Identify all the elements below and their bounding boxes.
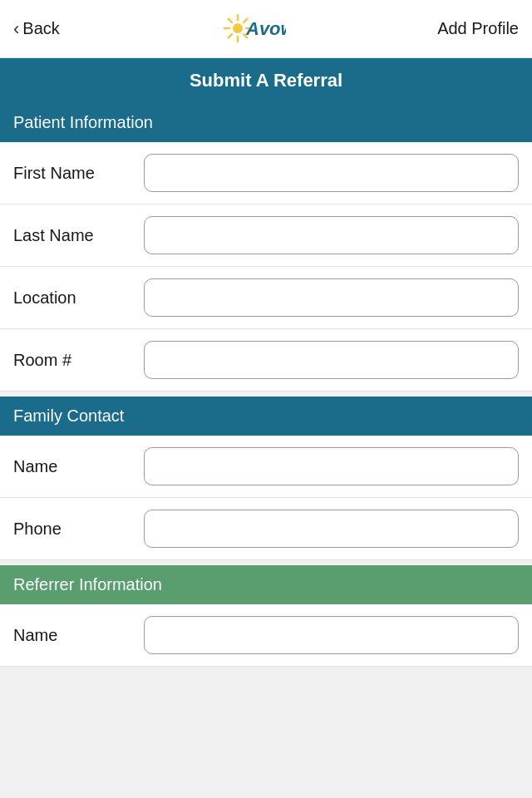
page-title: Submit A Referral (13, 70, 519, 91)
room-input[interactable] (144, 341, 519, 379)
family-name-input[interactable] (144, 447, 519, 485)
first-name-input[interactable] (144, 154, 519, 192)
location-input[interactable] (144, 278, 519, 317)
section-label-patient: Patient Information (13, 113, 519, 132)
svg-line-4 (229, 18, 232, 22)
first-name-label: First Name (13, 164, 134, 183)
section-header-referrer: Referrer Information (0, 565, 532, 604)
section-label-family: Family Contact (13, 406, 519, 426)
section-label-referrer: Referrer Information (13, 575, 519, 594)
form-row-first-name: First Name (0, 142, 532, 204)
form-row-last-name: Last Name (0, 204, 532, 267)
svg-line-7 (229, 34, 232, 37)
page-title-bar: Submit A Referral (0, 58, 532, 103)
phone-input[interactable] (144, 510, 519, 548)
room-label: Room # (13, 351, 134, 370)
family-name-label: Name (13, 457, 134, 476)
avow-logo-icon: Avow (211, 10, 286, 48)
section-header-family: Family Contact (0, 397, 532, 436)
form-row-family-name: Name (0, 436, 532, 498)
form-row-phone: Phone (0, 498, 532, 560)
patient-information-form: First Name Last Name Location Room # (0, 142, 532, 392)
back-button[interactable]: ‹ Back (13, 18, 60, 40)
svg-text:Avow: Avow (245, 18, 286, 39)
referrer-information-form: Name (0, 604, 532, 667)
back-label: Back (22, 19, 59, 38)
phone-label: Phone (13, 520, 134, 539)
location-label: Location (13, 288, 134, 308)
section-header-patient: Patient Information (0, 103, 532, 142)
back-chevron-icon: ‹ (13, 18, 19, 40)
last-name-label: Last Name (13, 226, 134, 245)
logo: Avow (211, 10, 286, 48)
referrer-name-input[interactable] (144, 616, 519, 654)
form-row-location: Location (0, 267, 532, 329)
last-name-input[interactable] (144, 216, 519, 254)
form-row-room: Room # (0, 329, 532, 392)
svg-point-8 (233, 23, 243, 33)
family-contact-form: Name Phone (0, 436, 532, 560)
add-profile-button[interactable]: Add Profile (437, 19, 519, 38)
nav-bar: ‹ Back Avow Add Profile (0, 0, 532, 58)
referrer-name-label: Name (13, 626, 134, 645)
form-row-referrer-name: Name (0, 604, 532, 667)
